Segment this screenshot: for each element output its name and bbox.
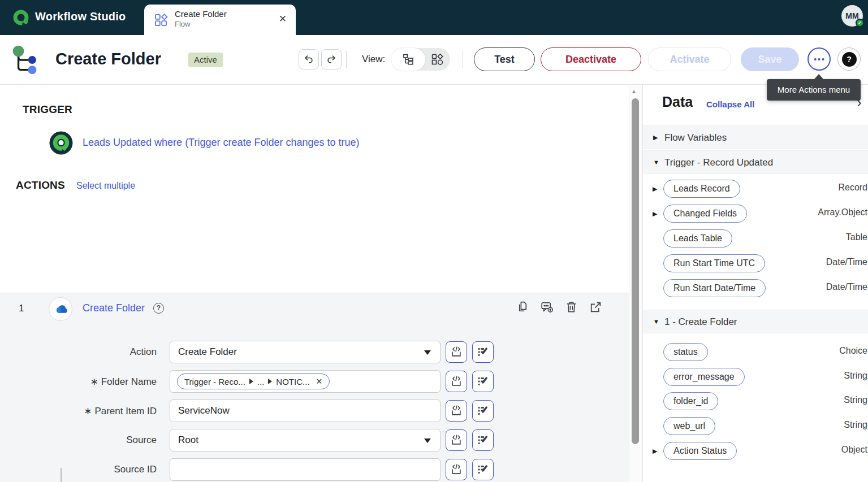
breadcrumb-arrow-icon [249,379,253,384]
item-type: String [844,420,867,430]
field-label: Source [15,435,157,446]
test-button[interactable]: Test [474,47,535,71]
action-title-link[interactable]: Create Folder [83,302,145,314]
source-id-field [170,458,441,481]
formula-builder-button[interactable] [472,371,494,392]
shapes-view-icon [430,53,444,66]
data-item-row: error_message String [643,364,868,389]
code-tray-icon [450,463,463,476]
data-item-row: Run Start Time UTC Date/Time [643,251,868,276]
item-type: Date/Time [826,282,867,292]
field-label: Source ID [15,464,157,475]
undo-button[interactable] [299,49,319,70]
app-title: Workflow Studio [35,10,126,23]
expander-collapsed-icon: ▶ [653,185,657,193]
scrollbar-thumb[interactable] [632,98,639,444]
source-id-input[interactable] [178,464,432,475]
formula-builder-button[interactable] [472,341,494,363]
expression-editor-button[interactable] [446,459,467,480]
trigger-app-icon [49,131,73,157]
onedrive-cloud-icon [53,302,68,317]
trigger-heading: TRIGGER [23,103,72,116]
help-button[interactable]: ? [837,47,861,71]
required-asterisk: ∗ [84,406,92,416]
action-select[interactable]: Create Folder [170,341,441,363]
group-row-trigger-record-updated[interactable]: ▼ Trigger - Record Updated [643,150,868,174]
avatar-status-badge: ✓ [856,19,864,27]
group-label: Flow Variables [664,132,727,144]
select-value: Create Folder [178,346,237,358]
data-pill[interactable]: Run Start Date/Time [663,279,766,297]
expression-editor-button[interactable] [446,341,467,363]
expression-editor-button[interactable] [446,400,467,422]
save-button[interactable]: Save [741,47,799,71]
tab-close-icon[interactable]: ✕ [279,13,287,25]
expression-editor-button[interactable] [446,371,467,392]
deactivate-button[interactable]: Deactivate [541,47,641,71]
view-toggle-canvas[interactable] [424,48,450,71]
caret-down-icon [424,438,431,443]
data-pill[interactable]: Leads Table [663,229,732,247]
action-step-card: 1 Create Folder ? [0,293,629,482]
source-select[interactable]: Root [170,429,441,451]
redo-button[interactable] [321,49,342,70]
select-value: Root [178,435,198,446]
folder-name-token[interactable]: Trigger - Reco... ... NOTIC... ✕ [177,374,330,389]
action-help-icon[interactable]: ? [153,303,164,314]
select-multiple-link[interactable]: Select multiple [76,181,135,191]
data-pill[interactable]: folder_id [663,392,718,410]
token-part: ... [257,377,265,387]
parent-item-id-field [170,400,441,422]
scroll-up-icon[interactable]: ▲ [631,88,637,94]
data-item-row: web_url String [643,414,868,438]
user-avatar[interactable]: MM ✓ [841,5,863,27]
add-comment-icon[interactable] [540,300,554,316]
data-pill[interactable]: Changed Fields [663,205,747,223]
delete-action-icon[interactable] [564,300,578,316]
folder-name-input[interactable]: Trigger - Reco... ... NOTIC... ✕ [170,370,441,393]
formula-builder-button[interactable] [472,429,494,451]
duplicate-icon[interactable] [516,300,530,316]
required-asterisk: ∗ [90,376,98,387]
formula-builder-button[interactable] [472,459,494,480]
data-pill[interactable]: status [663,343,708,361]
list-wand-icon [477,434,489,446]
toolbar-divider [346,51,347,68]
trigger-summary-link[interactable]: Leads Updated where (Trigger create Fold… [83,137,360,149]
data-item-row: status Choice [643,340,868,364]
data-pill[interactable]: Action Status [663,442,737,460]
token-part: NOTIC... [276,377,309,387]
app-logo-icon[interactable] [12,9,29,26]
list-wand-icon [477,346,489,358]
view-label: View: [362,54,385,65]
activate-button[interactable]: Activate [648,47,731,71]
onedrive-app-circle [49,297,72,321]
open-action-icon[interactable] [589,300,603,316]
token-remove-icon[interactable]: ✕ [316,377,323,386]
view-toggle-tree[interactable] [391,48,425,71]
main-scrollbar[interactable]: ▲ [629,85,642,482]
flow-tab[interactable]: Create Folder Flow ✕ [144,5,296,35]
view-toggle [391,48,450,71]
data-pill[interactable]: error_message [663,368,745,386]
formula-builder-button[interactable] [472,400,494,422]
data-pill[interactable]: Leads Record [663,180,740,198]
collapse-all-link[interactable]: Collapse All [706,99,754,109]
data-item-row: folder_id String [643,389,868,414]
group-row-flow-variables[interactable]: ▶ Flow Variables [643,125,868,149]
more-actions-button[interactable]: ••• [807,47,831,71]
flow-tree-icon [9,43,42,78]
group-row-create-folder[interactable]: ▼ 1 - Create Folder [643,310,868,333]
status-badge: Active [188,53,223,67]
field-label: ∗Folder Name [15,376,157,388]
expander-expanded-icon: ▼ [653,159,659,166]
connector-line [61,468,62,482]
field-label: Action [15,346,157,358]
item-type: String [844,395,867,405]
data-pill[interactable]: Run Start Time UTC [663,254,765,272]
code-tray-icon [450,405,463,417]
data-pill[interactable]: web_url [663,417,715,435]
expression-editor-button[interactable] [446,429,467,451]
list-wand-icon [477,375,489,388]
parent-item-id-input[interactable] [178,405,432,416]
